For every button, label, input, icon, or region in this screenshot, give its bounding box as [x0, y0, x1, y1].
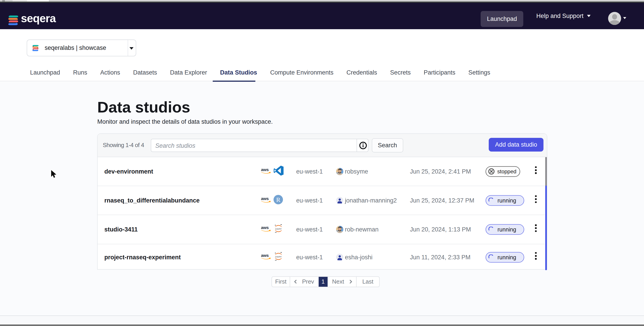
svg-text:jupyter: jupyter [275, 255, 282, 257]
svg-text:aws: aws [261, 167, 268, 172]
svg-text:R: R [276, 196, 280, 203]
svg-text:aws: aws [261, 253, 268, 258]
svg-text:aws: aws [261, 225, 268, 230]
svg-text:aws: aws [261, 196, 268, 201]
svg-text:jupyter: jupyter [275, 227, 282, 230]
